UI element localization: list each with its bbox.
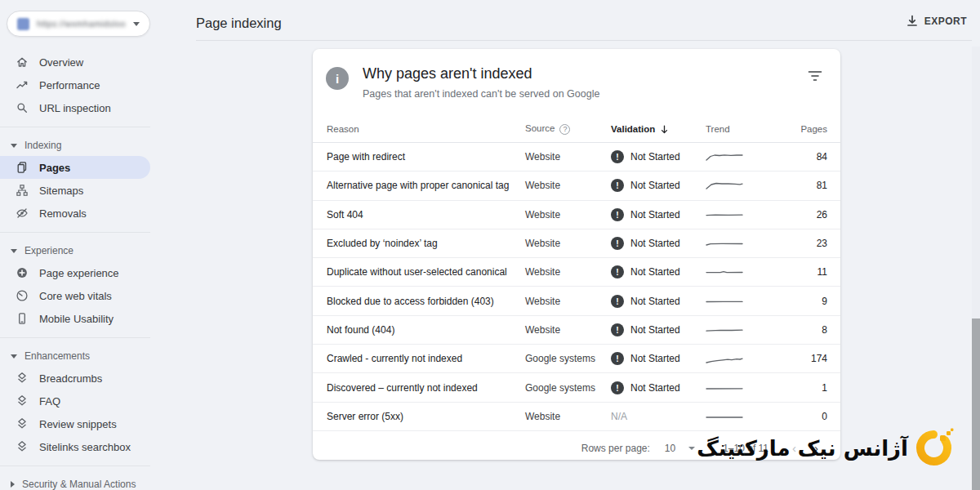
- pages-icon: [16, 161, 29, 174]
- column-header-validation[interactable]: Validation: [611, 124, 706, 135]
- smartphone-icon: [16, 312, 29, 325]
- row-reason: Alternative page with proper canonical t…: [313, 180, 525, 191]
- sidebar-item-label: Review snippets: [39, 418, 117, 430]
- export-button[interactable]: EXPORT: [906, 15, 967, 28]
- trending-up-icon: [16, 78, 29, 91]
- column-header-reason[interactable]: Reason: [313, 124, 525, 134]
- column-header-validation-label: Validation: [611, 124, 655, 134]
- export-label: EXPORT: [924, 16, 967, 27]
- table-row[interactable]: Alternative page with proper canonical t…: [313, 172, 840, 200]
- row-validation-label: Not Started: [630, 151, 680, 163]
- property-selector[interactable]: https://wxmhamidslooh...: [7, 11, 150, 37]
- row-validation-label: Not Started: [630, 324, 680, 336]
- row-reason: Page with redirect: [313, 151, 525, 163]
- table-row[interactable]: Duplicate without user-selected canonica…: [313, 258, 840, 287]
- scrollbar-track[interactable]: [972, 47, 980, 490]
- column-header-source[interactable]: Source?: [525, 123, 611, 135]
- sidebar-item-mobile-usability[interactable]: Mobile Usability: [0, 307, 150, 330]
- row-pages: 8: [781, 324, 840, 336]
- watermark-logo: آژانس نیک مارکتینگ: [697, 428, 954, 469]
- enhancement-diamond-icon: [16, 394, 29, 408]
- sidebar-item-label: Breadcrumbs: [39, 372, 102, 385]
- row-reason: Crawled - currently not indexed: [313, 353, 525, 364]
- section-label: Indexing: [24, 140, 61, 151]
- table-row[interactable]: Discovered – currently not indexed Googl…: [313, 373, 840, 402]
- enhancement-diamond-icon: [16, 440, 29, 453]
- filter-button[interactable]: [808, 69, 822, 86]
- search-icon: [16, 101, 29, 114]
- validation-error-icon: !: [611, 323, 624, 336]
- row-validation-label: Not Started: [630, 238, 680, 249]
- chevron-down-icon[interactable]: [688, 447, 695, 450]
- table-row[interactable]: Server error (5xx) Website ! N/A 0: [313, 403, 840, 431]
- scrollbar-thumb[interactable]: [972, 318, 980, 490]
- column-header-trend[interactable]: Trend: [706, 124, 781, 134]
- table-row[interactable]: Soft 404 Website ! Not Started 26: [313, 201, 840, 229]
- sidebar-item-pages[interactable]: Pages: [0, 156, 150, 179]
- rows-per-page-value[interactable]: 10: [665, 443, 675, 454]
- sidebar-section-security-manual-actions[interactable]: Security & Manual Actions: [0, 474, 150, 490]
- validation-error-icon: !: [611, 381, 624, 394]
- sidebar-item-removals[interactable]: Removals: [0, 202, 150, 225]
- table-row[interactable]: Not found (404) Website ! Not Started 8: [313, 316, 840, 345]
- row-source: Website: [525, 324, 611, 336]
- sidebar-item-label: Performance: [39, 79, 100, 91]
- row-pages: 174: [781, 353, 840, 364]
- row-source: Google systems: [525, 382, 611, 394]
- row-source: Website: [525, 238, 611, 249]
- row-pages: 26: [781, 209, 840, 220]
- chevron-down-icon: [11, 144, 17, 148]
- trend-sparkline: [706, 209, 743, 220]
- sidebar-item-label: Sitelinks searchbox: [39, 441, 131, 453]
- trend-sparkline: [706, 382, 743, 394]
- table-row[interactable]: Crawled - currently not indexed Google s…: [313, 345, 840, 373]
- sidebar-divider: [0, 232, 150, 233]
- sidebar-item-performance[interactable]: Performance: [0, 74, 150, 96]
- column-header-pages[interactable]: Pages: [781, 124, 840, 134]
- card-subtitle: Pages that aren't indexed can't be serve…: [363, 88, 599, 100]
- rows-per-page-label: Rows per page:: [581, 443, 650, 454]
- property-favicon: [17, 18, 29, 30]
- chevron-down-icon: [11, 249, 17, 253]
- row-validation-label: Not Started: [630, 353, 680, 364]
- card-title: Why pages aren't indexed: [363, 65, 599, 82]
- home-icon: [16, 56, 29, 69]
- table-row[interactable]: Blocked due to access forbidden (403) We…: [313, 287, 840, 315]
- sidebar-item-faq[interactable]: FAQ: [0, 390, 150, 412]
- sidebar-item-page-experience[interactable]: Page experience: [0, 261, 150, 284]
- plus-circle-icon: [16, 266, 29, 279]
- download-icon: [906, 15, 919, 28]
- table-row[interactable]: Excluded by ‘noindex’ tag Website ! Not …: [313, 229, 840, 258]
- row-reason: Soft 404: [313, 209, 525, 220]
- row-pages: 0: [781, 411, 840, 422]
- sidebar-divider: [0, 337, 150, 338]
- trend-sparkline: [706, 353, 743, 364]
- row-pages: 1: [781, 382, 840, 394]
- validation-error-icon: !: [611, 150, 624, 163]
- sidebar-item-sitemaps[interactable]: Sitemaps: [0, 179, 150, 202]
- trend-sparkline: [706, 266, 743, 278]
- trend-sparkline: [706, 238, 743, 249]
- sidebar-item-overview[interactable]: Overview: [0, 51, 150, 74]
- sidebar-item-label: Page experience: [39, 267, 119, 279]
- sidebar-item-sitelinks-searchbox[interactable]: Sitelinks searchbox: [0, 435, 150, 458]
- sidebar-section-experience[interactable]: Experience: [0, 240, 150, 261]
- table-row[interactable]: Page with redirect Website ! Not Started…: [313, 143, 840, 172]
- row-validation-label: Not Started: [630, 209, 680, 220]
- sidebar-section-indexing[interactable]: Indexing: [0, 135, 150, 156]
- validation-error-icon: !: [611, 208, 624, 221]
- sidebar-item-label: URL inspection: [39, 102, 111, 114]
- row-pages: 81: [781, 180, 840, 191]
- sidebar-item-review-snippets[interactable]: Review snippets: [0, 412, 150, 435]
- row-reason: Not found (404): [313, 324, 525, 336]
- sidebar-item-breadcrumbs[interactable]: Breadcrumbs: [0, 367, 150, 390]
- sidebar-item-core-web-vitals[interactable]: Core web vitals: [0, 284, 150, 307]
- row-reason: Server error (5xx): [313, 411, 525, 422]
- help-icon[interactable]: ?: [559, 124, 570, 135]
- top-bar: https://wxmhamidslooh... Page indexing E…: [0, 0, 980, 47]
- section-label: Enhancements: [24, 350, 90, 362]
- sidebar-section-enhancements[interactable]: Enhancements: [0, 345, 150, 367]
- row-pages: 84: [781, 151, 840, 163]
- sidebar-item-url-inspection[interactable]: URL inspection: [0, 96, 150, 119]
- row-pages: 23: [781, 238, 840, 249]
